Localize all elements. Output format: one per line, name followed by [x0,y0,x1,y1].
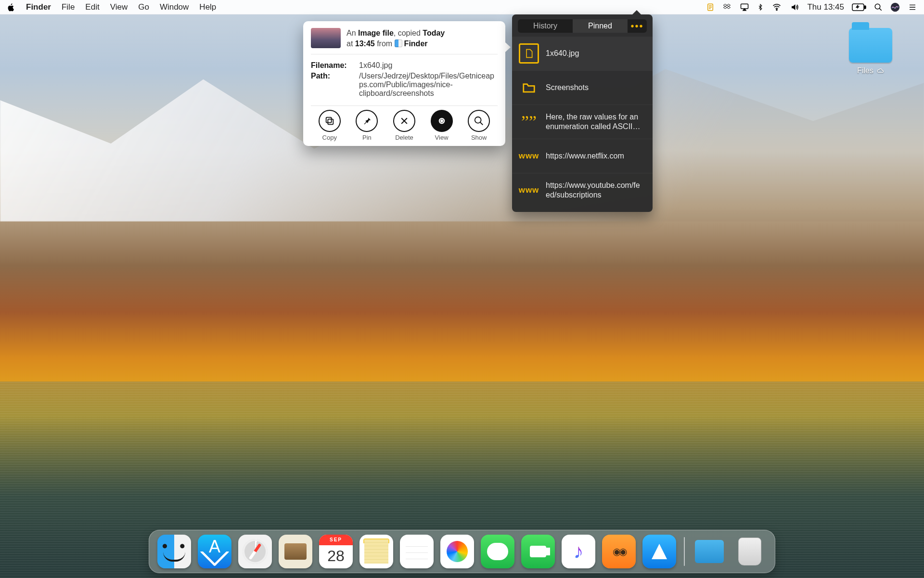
action-show[interactable]: Show [468,110,490,141]
svg-point-5 [875,4,880,9]
menubar-app-name[interactable]: Finder [26,2,51,12]
popover-more-icon[interactable]: ••• [628,21,647,32]
dock: A SEP 28 [149,530,775,573]
history-item[interactable]: ”” Here, the raw values for an enumerati… [512,105,653,139]
calendar-day: 28 [319,547,353,565]
svg-rect-7 [328,119,333,124]
dock-separator [684,537,685,566]
menubar: Finder File Edit View Go Window Help Thu… [0,0,924,14]
dock-photos[interactable] [440,535,474,568]
dock-finder[interactable] [157,535,191,568]
dock-trash[interactable] [733,535,767,568]
dock-safari[interactable] [238,535,272,568]
notification-center-icon[interactable] [908,3,917,11]
battery-icon[interactable] [852,3,866,11]
history-item-text: https://www.youtube.com/feed/subscriptio… [546,181,642,200]
history-item-text: Here, the raw values for an enumeration … [546,112,642,131]
clipboard-menubar-icon[interactable] [706,3,715,12]
svg-rect-4 [864,6,866,9]
history-item[interactable]: Screenshots [512,70,653,105]
filename-label: Filename: [311,61,354,70]
menu-view[interactable]: View [110,2,128,12]
calendar-month: SEP [319,535,353,545]
menu-go[interactable]: Go [138,2,149,12]
dock-notes[interactable] [359,535,393,568]
wifi-icon[interactable] [771,3,782,12]
popover-tabs: History Pinned ••• [518,19,647,33]
filename-value: 1x640.jpg [359,61,498,70]
url-icon: www [519,180,539,200]
history-item-text: Screenshots [546,83,589,92]
history-item[interactable]: www https://www.youtube.com/feed/subscri… [512,173,653,207]
siri-icon[interactable] [890,2,900,12]
history-item-text: https://www.netflix.com [546,151,624,161]
dock-facetime[interactable] [521,535,555,568]
airplay-icon[interactable] [740,3,749,12]
dock-app-arrow[interactable] [642,535,676,568]
folder-outline-icon [519,78,539,98]
quote-icon: ”” [519,112,539,132]
dock-app-store[interactable]: A [198,535,231,568]
dock-itunes[interactable] [562,535,595,568]
url-icon: www [519,146,539,166]
finder-app-icon [395,39,402,47]
bluetooth-icon[interactable] [757,3,764,12]
svg-rect-1 [741,4,748,9]
tab-history[interactable]: History [518,19,573,33]
menu-window[interactable]: Window [160,2,189,12]
history-item-text: 1x640.jpg [546,49,579,58]
folder-icon [849,28,892,63]
clipboard-history-popover: History Pinned ••• 1x640.jpg Screenshots… [512,14,653,212]
volume-icon[interactable] [790,3,799,12]
action-delete[interactable]: Delete [393,110,415,141]
action-view[interactable]: View [431,110,453,141]
clipboard-detail-card: An Image file, copied Today at 13:45 fro… [303,21,505,146]
svg-point-10 [441,120,442,121]
history-item[interactable]: www https://www.netflix.com [512,139,653,173]
tab-pinned[interactable]: Pinned [573,19,628,33]
cloud-icon [876,67,884,74]
dock-downloads[interactable] [693,535,726,568]
menu-edit[interactable]: Edit [85,2,99,12]
svg-rect-8 [326,118,331,123]
action-pin[interactable]: Pin [356,110,378,141]
path-value: /Users/Jedrzej/Desktop/Files/Getniceapps… [359,72,498,98]
item-summary: An Image file, copied Today at 13:45 fro… [346,28,445,49]
item-thumbnail [311,28,341,48]
menubar-clock[interactable]: Thu 13:45 [807,2,844,12]
svg-point-2 [776,9,777,10]
svg-point-11 [475,117,481,123]
apple-menu[interactable] [7,3,15,12]
spotlight-icon[interactable] [874,3,883,12]
dock-reminders[interactable] [400,535,434,568]
desktop-folder-files[interactable]: Files [844,28,897,75]
image-file-icon [519,43,539,64]
action-copy[interactable]: Copy [319,110,341,141]
history-item[interactable]: 1x640.jpg [512,37,653,70]
dock-calendar[interactable]: SEP 28 [319,535,353,568]
dock-app-owl[interactable] [602,535,636,568]
dock-messages[interactable] [481,535,514,568]
menu-help[interactable]: Help [199,2,216,12]
dropbox-icon[interactable] [722,3,732,12]
dock-preview[interactable] [279,535,312,568]
desktop-folder-label: Files [857,66,873,75]
path-label: Path: [311,72,354,98]
menu-file[interactable]: File [62,2,75,12]
